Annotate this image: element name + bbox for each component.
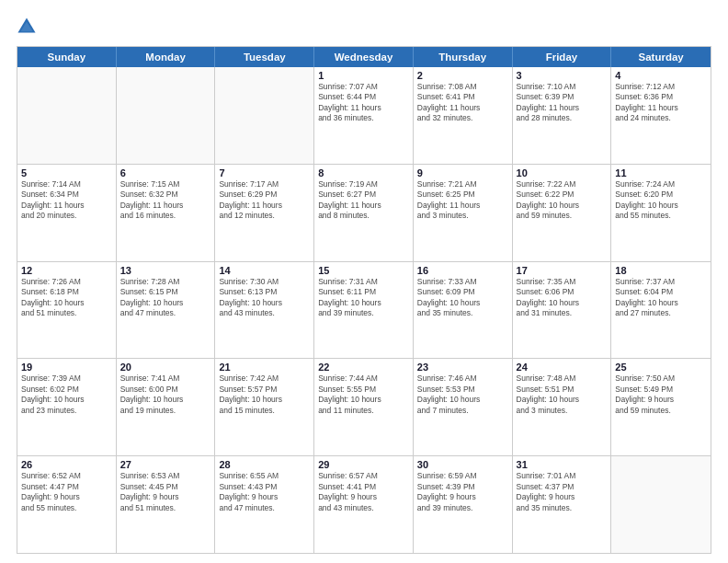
calendar-day-11: 11Sunrise: 7:24 AM Sunset: 6:20 PM Dayli… bbox=[611, 165, 711, 261]
day-number: 31 bbox=[517, 459, 608, 470]
day-number: 29 bbox=[318, 459, 409, 470]
day-info: Sunrise: 6:52 AM Sunset: 4:47 PM Dayligh… bbox=[21, 471, 112, 513]
calendar-day-5: 5Sunrise: 7:14 AM Sunset: 6:34 PM Daylig… bbox=[17, 165, 117, 261]
calendar-body: 1Sunrise: 7:07 AM Sunset: 6:44 PM Daylig… bbox=[17, 67, 711, 553]
day-number: 30 bbox=[417, 459, 508, 470]
calendar-day-3: 3Sunrise: 7:10 AM Sunset: 6:39 PM Daylig… bbox=[513, 67, 612, 164]
day-number: 19 bbox=[21, 362, 112, 373]
calendar-day-26: 26Sunrise: 6:52 AM Sunset: 4:47 PM Dayli… bbox=[17, 456, 117, 553]
calendar-day-24: 24Sunrise: 7:48 AM Sunset: 5:51 PM Dayli… bbox=[513, 359, 612, 455]
day-number: 17 bbox=[517, 265, 608, 276]
page: SundayMondayTuesdayWednesdayThursdayFrid… bbox=[0, 0, 728, 563]
day-info: Sunrise: 7:12 AM Sunset: 6:36 PM Dayligh… bbox=[615, 82, 707, 124]
calendar-day-31: 31Sunrise: 7:01 AM Sunset: 4:37 PM Dayli… bbox=[513, 456, 612, 553]
calendar-day-25: 25Sunrise: 7:50 AM Sunset: 5:49 PM Dayli… bbox=[611, 359, 711, 455]
day-info: Sunrise: 7:19 AM Sunset: 6:27 PM Dayligh… bbox=[318, 179, 409, 222]
calendar-day-17: 17Sunrise: 7:35 AM Sunset: 6:06 PM Dayli… bbox=[513, 262, 612, 359]
day-info: Sunrise: 7:07 AM Sunset: 6:44 PM Dayligh… bbox=[318, 82, 409, 124]
day-info: Sunrise: 7:08 AM Sunset: 6:41 PM Dayligh… bbox=[417, 82, 508, 124]
day-number: 26 bbox=[21, 459, 112, 470]
day-info: Sunrise: 7:37 AM Sunset: 6:04 PM Dayligh… bbox=[615, 277, 707, 319]
day-info: Sunrise: 7:15 AM Sunset: 6:32 PM Dayligh… bbox=[120, 179, 211, 222]
day-info: Sunrise: 7:42 AM Sunset: 5:57 PM Dayligh… bbox=[219, 373, 310, 416]
day-number: 21 bbox=[219, 362, 310, 373]
day-number: 20 bbox=[120, 362, 211, 373]
calendar-empty-cell bbox=[215, 67, 314, 164]
day-info: Sunrise: 6:57 AM Sunset: 4:41 PM Dayligh… bbox=[318, 471, 409, 513]
calendar-day-16: 16Sunrise: 7:33 AM Sunset: 6:09 PM Dayli… bbox=[414, 262, 513, 359]
logo bbox=[17, 17, 40, 37]
calendar-day-13: 13Sunrise: 7:28 AM Sunset: 6:15 PM Dayli… bbox=[117, 262, 216, 359]
calendar-day-1: 1Sunrise: 7:07 AM Sunset: 6:44 PM Daylig… bbox=[314, 67, 414, 164]
calendar-header-row: SundayMondayTuesdayWednesdayThursdayFrid… bbox=[17, 47, 711, 67]
day-number: 25 bbox=[615, 362, 707, 373]
day-info: Sunrise: 7:21 AM Sunset: 6:25 PM Dayligh… bbox=[417, 179, 508, 222]
calendar-day-30: 30Sunrise: 6:59 AM Sunset: 4:39 PM Dayli… bbox=[414, 456, 513, 553]
calendar-day-10: 10Sunrise: 7:22 AM Sunset: 6:22 PM Dayli… bbox=[513, 165, 612, 261]
header-day-sunday: Sunday bbox=[17, 47, 117, 67]
day-number: 13 bbox=[120, 265, 211, 276]
day-info: Sunrise: 7:35 AM Sunset: 6:06 PM Dayligh… bbox=[517, 277, 608, 319]
header bbox=[17, 17, 711, 37]
day-number: 6 bbox=[120, 167, 211, 178]
day-number: 12 bbox=[21, 265, 112, 276]
calendar-day-18: 18Sunrise: 7:37 AM Sunset: 6:04 PM Dayli… bbox=[611, 262, 711, 359]
day-number: 22 bbox=[318, 362, 409, 373]
day-number: 5 bbox=[21, 167, 112, 178]
calendar-week-1: 1Sunrise: 7:07 AM Sunset: 6:44 PM Daylig… bbox=[17, 67, 711, 165]
calendar-day-8: 8Sunrise: 7:19 AM Sunset: 6:27 PM Daylig… bbox=[314, 165, 414, 261]
day-number: 2 bbox=[417, 70, 508, 81]
day-info: Sunrise: 7:50 AM Sunset: 5:49 PM Dayligh… bbox=[615, 373, 707, 416]
day-number: 15 bbox=[318, 265, 409, 276]
day-number: 1 bbox=[318, 70, 409, 81]
header-day-friday: Friday bbox=[513, 47, 612, 67]
calendar-day-6: 6Sunrise: 7:15 AM Sunset: 6:32 PM Daylig… bbox=[117, 165, 216, 261]
calendar-day-27: 27Sunrise: 6:53 AM Sunset: 4:45 PM Dayli… bbox=[117, 456, 216, 553]
day-number: 3 bbox=[517, 70, 608, 81]
calendar-day-14: 14Sunrise: 7:30 AM Sunset: 6:13 PM Dayli… bbox=[215, 262, 314, 359]
calendar-day-19: 19Sunrise: 7:39 AM Sunset: 6:02 PM Dayli… bbox=[17, 359, 117, 455]
calendar-day-21: 21Sunrise: 7:42 AM Sunset: 5:57 PM Dayli… bbox=[215, 359, 314, 455]
header-day-monday: Monday bbox=[117, 47, 216, 67]
day-info: Sunrise: 7:48 AM Sunset: 5:51 PM Dayligh… bbox=[517, 373, 608, 416]
day-number: 27 bbox=[120, 459, 211, 470]
day-info: Sunrise: 7:31 AM Sunset: 6:11 PM Dayligh… bbox=[318, 277, 409, 319]
calendar-day-28: 28Sunrise: 6:55 AM Sunset: 4:43 PM Dayli… bbox=[215, 456, 314, 553]
logo-icon bbox=[17, 17, 37, 37]
day-info: Sunrise: 6:59 AM Sunset: 4:39 PM Dayligh… bbox=[417, 471, 508, 513]
calendar-week-5: 26Sunrise: 6:52 AM Sunset: 4:47 PM Dayli… bbox=[17, 456, 711, 553]
day-info: Sunrise: 7:26 AM Sunset: 6:18 PM Dayligh… bbox=[21, 277, 112, 319]
header-day-wednesday: Wednesday bbox=[314, 47, 414, 67]
calendar-day-22: 22Sunrise: 7:44 AM Sunset: 5:55 PM Dayli… bbox=[314, 359, 414, 455]
day-number: 4 bbox=[615, 70, 707, 81]
day-number: 10 bbox=[517, 167, 608, 178]
calendar-day-2: 2Sunrise: 7:08 AM Sunset: 6:41 PM Daylig… bbox=[414, 67, 513, 164]
calendar-empty-cell bbox=[117, 67, 216, 164]
day-info: Sunrise: 7:01 AM Sunset: 4:37 PM Dayligh… bbox=[517, 471, 608, 513]
day-number: 18 bbox=[615, 265, 707, 276]
day-number: 16 bbox=[417, 265, 508, 276]
calendar-empty-cell bbox=[611, 456, 711, 553]
calendar-day-20: 20Sunrise: 7:41 AM Sunset: 6:00 PM Dayli… bbox=[117, 359, 216, 455]
calendar-day-23: 23Sunrise: 7:46 AM Sunset: 5:53 PM Dayli… bbox=[414, 359, 513, 455]
calendar-week-4: 19Sunrise: 7:39 AM Sunset: 6:02 PM Dayli… bbox=[17, 359, 711, 456]
day-info: Sunrise: 7:39 AM Sunset: 6:02 PM Dayligh… bbox=[21, 373, 112, 416]
calendar: SundayMondayTuesdayWednesdayThursdayFrid… bbox=[17, 46, 711, 554]
calendar-week-2: 5Sunrise: 7:14 AM Sunset: 6:34 PM Daylig… bbox=[17, 165, 711, 262]
header-day-thursday: Thursday bbox=[414, 47, 513, 67]
header-day-saturday: Saturday bbox=[611, 47, 711, 67]
day-info: Sunrise: 7:44 AM Sunset: 5:55 PM Dayligh… bbox=[318, 373, 409, 416]
day-info: Sunrise: 7:30 AM Sunset: 6:13 PM Dayligh… bbox=[219, 277, 310, 319]
day-info: Sunrise: 6:53 AM Sunset: 4:45 PM Dayligh… bbox=[120, 471, 211, 513]
day-number: 24 bbox=[517, 362, 608, 373]
day-info: Sunrise: 7:28 AM Sunset: 6:15 PM Dayligh… bbox=[120, 277, 211, 319]
calendar-day-29: 29Sunrise: 6:57 AM Sunset: 4:41 PM Dayli… bbox=[314, 456, 414, 553]
calendar-day-4: 4Sunrise: 7:12 AM Sunset: 6:36 PM Daylig… bbox=[611, 67, 711, 164]
day-number: 8 bbox=[318, 167, 409, 178]
calendar-day-15: 15Sunrise: 7:31 AM Sunset: 6:11 PM Dayli… bbox=[314, 262, 414, 359]
day-number: 14 bbox=[219, 265, 310, 276]
calendar-day-9: 9Sunrise: 7:21 AM Sunset: 6:25 PM Daylig… bbox=[414, 165, 513, 261]
day-number: 9 bbox=[417, 167, 508, 178]
day-info: Sunrise: 7:22 AM Sunset: 6:22 PM Dayligh… bbox=[517, 179, 608, 222]
day-info: Sunrise: 7:46 AM Sunset: 5:53 PM Dayligh… bbox=[417, 373, 508, 416]
